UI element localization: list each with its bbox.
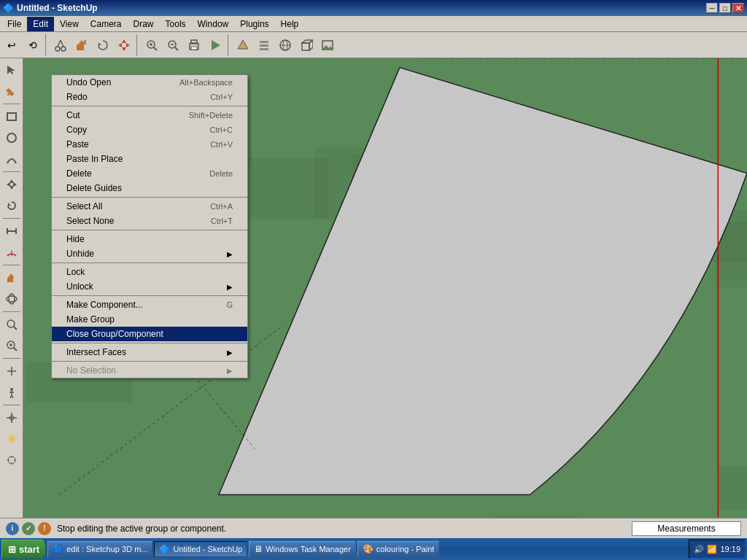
close-button[interactable]: ✕ (732, 3, 744, 13)
menu-cut[interactable]: Cut Shift+Delete (52, 108, 247, 122)
svg-marker-22 (238, 40, 248, 49)
menu-redo[interactable]: Redo Ctrl+Y (52, 90, 247, 104)
menu-delete-shortcut: Delete (209, 169, 233, 178)
start-button[interactable]: ⊞ start (1, 540, 46, 559)
tool-paint[interactable] (1, 268, 22, 288)
svg-point-39 (7, 133, 16, 142)
svg-rect-49 (7, 278, 13, 282)
viewport[interactable]: Undo Open Alt+Backspace Redo Ctrl+Y Cut … (23, 58, 747, 518)
svg-point-33 (324, 42, 327, 45)
svg-rect-20 (191, 47, 197, 50)
menu-make-group-label: Make Group (66, 314, 115, 324)
toolbar-redo[interactable]: ⟲ (23, 35, 43, 55)
tool-select[interactable] (1, 60, 22, 80)
menu-camera[interactable]: Camera (85, 17, 128, 31)
tool-circle[interactable] (1, 128, 22, 148)
restore-button[interactable]: □ (719, 3, 731, 13)
menu-div-2 (52, 197, 247, 198)
menu-div-4 (52, 262, 247, 263)
taskbar-sketchup-3d-label: edit : Sketchup 3D m... (66, 545, 147, 553)
menu-select-none[interactable]: Select None Ctrl+T (52, 214, 247, 228)
svg-marker-8 (122, 47, 126, 51)
menu-tools[interactable]: Tools (160, 17, 192, 31)
status-icon-warning[interactable]: ! (38, 522, 51, 535)
menu-undo-open-label: Undo Open (66, 77, 111, 88)
svg-marker-34 (322, 45, 333, 49)
svg-marker-42 (7, 182, 10, 187)
toolbar-cut[interactable] (50, 35, 71, 55)
tool-pencil[interactable] (1, 81, 22, 101)
menu-help[interactable]: Help (275, 17, 305, 31)
menu-lock[interactable]: Lock (52, 265, 247, 279)
menu-cut-shortcut: Shift+Delete (189, 111, 233, 120)
menu-no-selection[interactable]: No Selection ▶ (52, 363, 247, 378)
menu-view[interactable]: View (54, 17, 85, 31)
menu-copy[interactable]: Copy Ctrl+C (52, 122, 247, 137)
taskbar-sketchup-3d[interactable]: 🔵 edit : Sketchup 3D m... (47, 541, 152, 557)
toolbar-layers[interactable] (254, 35, 274, 55)
tool-rectangle[interactable] (1, 106, 22, 127)
taskbar-sketchup-label: Untitled - SketchUp (173, 545, 242, 553)
tool-crosshair[interactable] (1, 450, 22, 470)
tool-arc[interactable] (1, 149, 22, 169)
tool-compass[interactable] (1, 408, 22, 428)
taskbar-sketchup-main[interactable]: 🔷 Untitled - SketchUp (154, 541, 247, 557)
titlebar-controls: ─ □ ✕ (706, 3, 744, 13)
status-icon-ok[interactable]: ✓ (22, 522, 35, 535)
menu-intersect-faces[interactable]: Intersect Faces ▶ (52, 345, 247, 359)
tool-zoom-ortho[interactable] (1, 314, 22, 335)
menu-file[interactable]: File (1, 17, 27, 31)
menu-draw[interactable]: Draw (128, 17, 160, 31)
toolbar-face[interactable] (233, 35, 253, 55)
menu-hide[interactable]: Hide (52, 232, 247, 246)
taskbar-task-manager-label: Windows Task Manager (266, 545, 351, 553)
tool-pan[interactable] (1, 361, 22, 381)
menu-unhide[interactable]: Unhide ▶ (52, 246, 247, 261)
svg-rect-36 (6, 88, 14, 96)
tool-move[interactable] (1, 174, 22, 195)
menu-close-group[interactable]: Close Group/Component (52, 327, 247, 341)
toolbar-rotate[interactable] (93, 35, 113, 55)
toolbar-zoom-out[interactable] (163, 35, 183, 55)
svg-marker-43 (13, 182, 17, 187)
menu-unlock[interactable]: Unlock ▶ (52, 279, 247, 294)
taskbar-task-manager[interactable]: 🖥 Windows Task Manager (249, 541, 356, 557)
toolbar-globe[interactable] (275, 35, 295, 55)
menu-edit[interactable]: Edit (27, 17, 54, 31)
svg-marker-35 (7, 66, 15, 74)
status-icon-info[interactable]: i (6, 522, 19, 535)
menu-undo-open[interactable]: Undo Open Alt+Backspace (52, 75, 247, 90)
tool-sun[interactable] (1, 429, 22, 449)
menu-div-6 (52, 343, 247, 343)
menu-delete[interactable]: Delete Delete (52, 166, 247, 181)
menu-plugins[interactable]: Plugins (234, 17, 274, 31)
tool-tape[interactable] (1, 221, 22, 241)
tool-zoom-window[interactable] (1, 335, 22, 356)
toolbar-zoom-in[interactable] (142, 35, 162, 55)
menu-div-3 (52, 230, 247, 230)
toolbar-move[interactable] (114, 35, 134, 55)
toolbar-print[interactable] (184, 35, 204, 55)
menu-make-component[interactable]: Make Component... G (52, 298, 247, 312)
menu-div-5 (52, 295, 247, 296)
svg-line-16 (175, 47, 178, 50)
toolbar-paint[interactable] (71, 35, 92, 55)
taskbar-paint[interactable]: 🎨 colouring - Paint (357, 541, 440, 557)
toolbar-box[interactable] (296, 35, 317, 55)
tool-orbit[interactable] (1, 289, 22, 309)
minimize-button[interactable]: ─ (706, 3, 718, 13)
tool-rotate[interactable] (1, 195, 22, 216)
menu-paste[interactable]: Paste Ctrl+V (52, 137, 247, 152)
tool-3d-walk[interactable] (1, 382, 22, 402)
clock: 19:19 (720, 545, 740, 553)
menu-make-group[interactable]: Make Group (52, 312, 247, 327)
menu-select-all[interactable]: Select All Ctrl+A (52, 199, 247, 214)
tool-protractor[interactable] (1, 242, 22, 262)
toolbar-undo[interactable]: ↩ (1, 35, 22, 55)
toolbar-image[interactable] (317, 35, 338, 55)
menu-copy-shortcut: Ctrl+C (210, 125, 233, 134)
toolbar-play[interactable] (205, 35, 225, 55)
menu-delete-guides[interactable]: Delete Guides (52, 181, 247, 195)
menu-paste-in-place[interactable]: Paste In Place (52, 152, 247, 166)
menu-window[interactable]: Window (192, 17, 235, 31)
